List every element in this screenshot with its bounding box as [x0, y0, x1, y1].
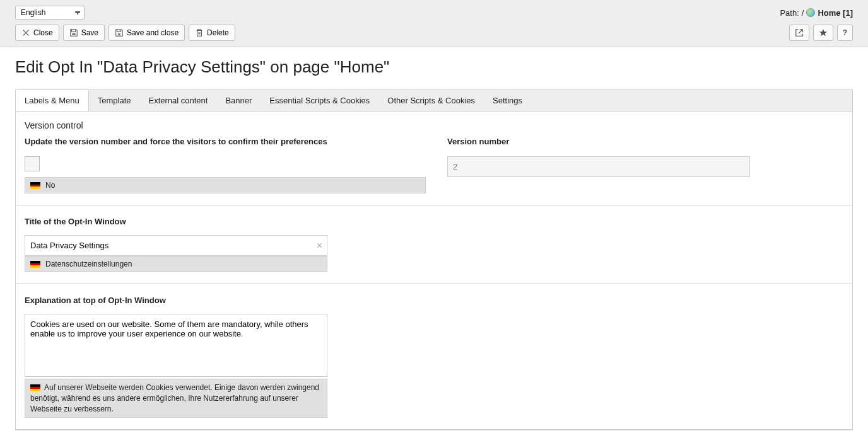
tab-external-content[interactable]: External content	[139, 90, 216, 111]
tab-settings[interactable]: Settings	[484, 90, 531, 111]
save-button[interactable]: Save	[63, 25, 105, 41]
breadcrumb: Path: / Home [1]	[780, 8, 853, 18]
path-home[interactable]: Home [1]	[818, 8, 853, 18]
update-version-label: Update the version number and force the …	[25, 137, 428, 146]
path-label: Path:	[780, 8, 799, 18]
tab-essential-scripts[interactable]: Essential Scripts & Cookies	[261, 90, 378, 111]
flag-de-icon	[30, 261, 40, 268]
flag-de-icon	[30, 384, 40, 391]
trash-icon	[195, 28, 204, 37]
section-version-control: Version control	[25, 120, 843, 130]
title-field-label: Title of the Opt-In Window	[25, 217, 843, 226]
tab-labels-menu[interactable]: Labels & Menu	[16, 90, 89, 111]
version-number-label: Version number	[447, 137, 750, 146]
translation-text: Auf unserer Webseite werden Cookies verw…	[30, 383, 319, 413]
delete-label: Delete	[207, 28, 229, 37]
clear-icon[interactable]: ×	[317, 240, 322, 251]
translation-text: Datenschutzeinstellungen	[45, 260, 132, 268]
title-input[interactable]	[25, 235, 327, 256]
delete-button[interactable]: Delete	[189, 25, 235, 41]
external-link-button[interactable]	[789, 25, 809, 41]
explanation-field-label: Explanation at top of Opt-In Window	[25, 296, 843, 305]
explanation-textarea[interactable]	[25, 314, 327, 377]
star-icon	[819, 28, 828, 37]
tab-banner[interactable]: Banner	[216, 90, 261, 111]
save-icon	[69, 28, 78, 37]
save-label: Save	[81, 28, 98, 37]
update-version-translation: No	[25, 177, 426, 193]
close-label: Close	[33, 28, 53, 37]
external-link-icon	[795, 28, 804, 37]
tab-template[interactable]: Template	[89, 90, 140, 111]
update-version-checkbox[interactable]	[25, 156, 40, 171]
flag-de-icon	[30, 182, 40, 189]
save-close-icon	[115, 28, 124, 37]
path-separator: /	[802, 8, 804, 18]
version-number-input[interactable]	[447, 156, 750, 177]
title-translation: Datenschutzeinstellungen	[25, 256, 327, 272]
close-icon	[21, 28, 30, 37]
tab-other-scripts[interactable]: Other Scripts & Cookies	[378, 90, 484, 111]
help-icon: ?	[843, 28, 847, 37]
page-title: Edit Opt In "Data Privacy Settings" on p…	[15, 57, 853, 77]
star-button[interactable]	[813, 25, 833, 41]
translation-text: No	[45, 181, 55, 190]
explanation-translation: Auf unserer Webseite werden Cookies verw…	[25, 379, 327, 418]
save-close-label: Save and close	[127, 28, 179, 37]
language-select[interactable]: English	[15, 6, 85, 20]
help-button[interactable]: ?	[837, 25, 853, 41]
close-button[interactable]: Close	[15, 25, 59, 41]
globe-icon	[806, 8, 815, 17]
save-close-button[interactable]: Save and close	[108, 25, 185, 41]
